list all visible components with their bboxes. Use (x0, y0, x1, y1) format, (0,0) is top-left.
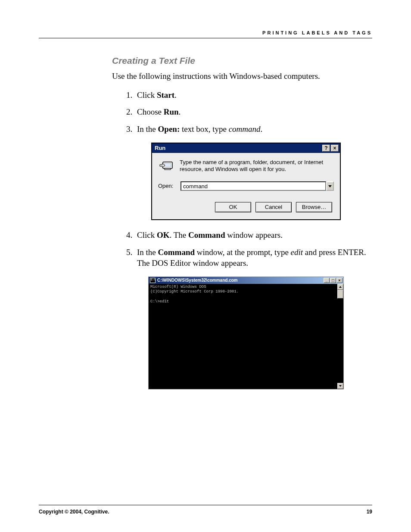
combo-dropdown-button[interactable] (326, 181, 334, 191)
open-combobox[interactable] (181, 181, 334, 191)
section-intro: Use the following instructions with Wind… (112, 71, 372, 82)
head-rule (39, 38, 372, 38)
running-head: PRINTING LABELS AND TAGS (39, 30, 372, 35)
cmd-close-button[interactable]: × (336, 278, 342, 283)
scroll-down-button[interactable] (337, 383, 343, 389)
command-title: C:\WINDOWS\System32\command.com (157, 277, 323, 283)
open-label: Open: (158, 182, 175, 190)
minimize-button[interactable]: _ (324, 278, 330, 283)
run-description: Type the name of a program, folder, docu… (180, 159, 334, 173)
step-4: Click OK. The Command window appears. (134, 230, 372, 241)
command-terminal[interactable]: Microsoft(R) Windows DOS (C)Copyright Mi… (149, 284, 337, 389)
command-window: C:\WINDOWS\System32\command.com _ □ × Mi… (148, 277, 344, 389)
run-dialog-title: Run (155, 144, 321, 152)
close-button[interactable]: × (331, 145, 339, 152)
svg-rect-1 (164, 163, 171, 167)
copyright-text: Copyright © 2004, Cognitive. (39, 509, 109, 515)
step-5: In the Command window, at the prompt, ty… (134, 247, 372, 389)
command-title-icon (150, 278, 156, 283)
step-1: Click Start. (134, 90, 372, 101)
footer-rule (39, 505, 372, 505)
browse-button[interactable]: Browse… (296, 202, 332, 212)
help-button[interactable]: ? (322, 145, 330, 152)
svg-rect-2 (165, 168, 171, 170)
run-dialog: Run ? × (151, 143, 341, 221)
ok-button[interactable]: OK (215, 202, 251, 212)
page-footer: Copyright © 2004, Cognitive. 19 (39, 505, 372, 515)
scroll-up-button[interactable] (337, 284, 343, 290)
page-number: 19 (367, 509, 372, 515)
open-input[interactable] (181, 181, 326, 191)
scroll-thumb[interactable] (337, 290, 343, 299)
step-3: In the Open: text box, type command. Run… (134, 124, 372, 220)
maximize-button[interactable]: □ (330, 278, 336, 283)
section-title: Creating a Text File (112, 56, 372, 66)
steps-list: Click Start. Choose Run. In the Open: te… (112, 90, 372, 389)
cancel-button[interactable]: Cancel (255, 202, 292, 212)
run-dialog-titlebar[interactable]: Run ? × (152, 143, 340, 153)
run-icon (158, 160, 174, 172)
command-scrollbar[interactable] (337, 284, 343, 389)
step-2: Choose Run. (134, 106, 372, 118)
command-titlebar[interactable]: C:\WINDOWS\System32\command.com _ □ × (149, 277, 343, 284)
